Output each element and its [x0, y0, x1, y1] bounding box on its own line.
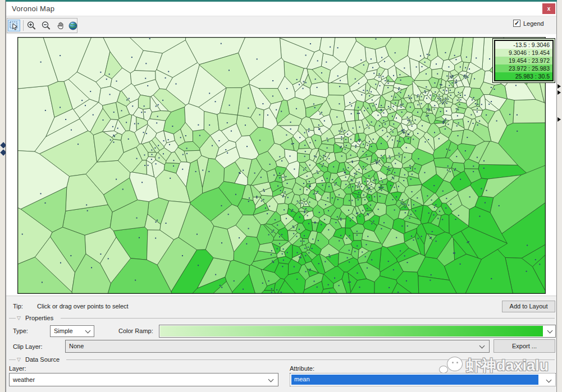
- legend-checkbox-row[interactable]: ✓ Legend: [513, 20, 544, 27]
- edge-arrow-icon: [558, 84, 561, 89]
- attribute-label: Attribute:: [290, 365, 314, 372]
- layer-combobox[interactable]: weather: [9, 373, 278, 386]
- data-source-header: Data Source: [25, 356, 60, 363]
- legend-entry: 9.3046 : 19.454: [495, 49, 552, 57]
- chevron-down-icon: [546, 377, 552, 383]
- type-label: Type:: [13, 328, 28, 334]
- group-rule: [66, 359, 555, 360]
- full-extent-tool-button[interactable]: [67, 20, 79, 31]
- chevron-down-icon: [547, 328, 553, 334]
- voronoi-map-view[interactable]: [17, 37, 546, 294]
- tip-label: Tip:: [13, 303, 23, 310]
- chevron-down-icon: [479, 343, 485, 349]
- zoom-in-icon: [26, 21, 36, 31]
- map-legend-inner: -13.5 : 9.3046 9.3046 : 19.454 19.454 : …: [494, 40, 554, 81]
- attribute-value: mean: [294, 376, 310, 382]
- attribute-selection-bar: mean: [291, 375, 538, 385]
- map-legend: -13.5 : 9.3046 9.3046 : 19.454 19.454 : …: [492, 38, 555, 83]
- select-points-tool-button[interactable]: [8, 20, 20, 31]
- legend-entry: 25.983 : 30.5: [495, 72, 552, 80]
- edge-arrow-icon: [558, 90, 561, 95]
- close-button[interactable]: x: [542, 3, 555, 14]
- color-ramp-label: Color Ramp:: [118, 328, 153, 334]
- export-button[interactable]: Export ...: [494, 339, 555, 353]
- toolbar: [6, 16, 556, 34]
- tip-text: Click or drag over points to select: [37, 303, 129, 310]
- zoom-out-icon: [41, 21, 51, 31]
- edge-arrow-icon: [558, 117, 561, 122]
- pan-tool-button[interactable]: [54, 20, 67, 31]
- collapse-triangle-icon[interactable]: ▽: [17, 315, 21, 321]
- legend-checkbox-label: Legend: [523, 20, 544, 27]
- clip-layer-label: Clip Layer:: [13, 343, 43, 350]
- legend-entry: 19.454 : 23.972: [495, 57, 552, 64]
- toolbar-separator: [23, 20, 24, 31]
- legend-checkbox[interactable]: ✓: [513, 20, 520, 27]
- layer-value: weather: [13, 376, 35, 383]
- group-rule: [9, 318, 16, 319]
- properties-header: Properties: [25, 315, 53, 321]
- color-ramp-dropdown[interactable]: [159, 325, 556, 338]
- voronoi-map-canvas[interactable]: [18, 38, 545, 293]
- legend-entry: -13.5 : 9.3046: [495, 41, 552, 49]
- group-rule: [9, 359, 16, 360]
- chevron-down-icon: [85, 328, 91, 334]
- type-value: Simple: [54, 328, 73, 334]
- color-ramp-gradient: [160, 326, 543, 336]
- add-to-layout-button[interactable]: Add to Layout: [502, 301, 555, 312]
- pan-hand-icon: [56, 21, 66, 31]
- window-title: Voronoi Map: [12, 4, 54, 13]
- collapse-triangle-icon[interactable]: ▽: [17, 357, 21, 362]
- title-bar[interactable]: [6, 2, 556, 16]
- zoom-in-tool-button[interactable]: [25, 20, 38, 31]
- layer-label: Layer:: [9, 365, 26, 372]
- type-combobox[interactable]: Simple: [50, 325, 94, 337]
- select-points-icon: [9, 21, 19, 31]
- group-rule: [61, 318, 555, 319]
- background-right-strip: [557, 0, 562, 392]
- zoom-out-tool-button[interactable]: [40, 20, 52, 31]
- globe-icon: [68, 21, 78, 31]
- chevron-down-icon: [268, 377, 274, 382]
- clip-layer-combobox[interactable]: None: [65, 340, 490, 353]
- attribute-combobox[interactable]: mean: [290, 373, 556, 386]
- legend-entry: 23.972 : 25.983: [495, 64, 552, 72]
- clip-layer-value: None: [69, 343, 84, 349]
- background-left-strip: [0, 0, 6, 392]
